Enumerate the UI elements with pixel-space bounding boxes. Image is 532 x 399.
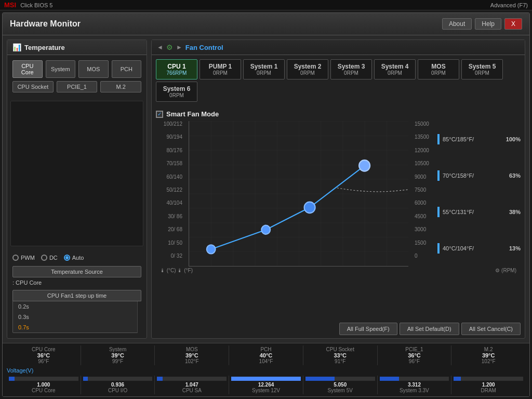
voltage-bar-system-33v [380,377,449,381]
chart-right-labels: 85°C/185°F/ 100% 70°C/158°F/ 63% 55°C/13… [437,121,521,267]
chart-footer-rpm: ⚙ (RPM) [495,268,516,273]
step-time-02s[interactable]: 0.2s [13,301,136,312]
voltage-label: Voltage(V) [7,367,525,374]
fan-btn-system3[interactable]: System 3 0RPM [330,59,372,79]
fan-panel-title: Fan Control [185,44,223,51]
fan-btn-pump1[interactable]: PUMP 1 0RPM [200,59,241,79]
temp-source-button[interactable]: Temperature Source [12,266,141,277]
smart-fan-checkbox[interactable] [156,111,163,118]
auto-radio-circle [64,255,70,261]
all-set-default-button[interactable]: All Set Default(D) [400,323,459,335]
fan-btn-system6[interactable]: System 6 0RPM [156,82,197,102]
dc-radio-circle [41,255,47,261]
svg-rect-0 [189,121,408,266]
action-buttons: All Full Speed(F) All Set Default(D) All… [152,320,525,338]
svg-point-1 [207,245,216,254]
fan-btn-system2[interactable]: System 2 0RPM [287,59,328,79]
temp-btn-mos[interactable]: MOS [78,60,109,78]
auto-label: Auto [72,255,84,261]
title-buttons: About Help X [442,18,522,30]
fan-mode-radio-group: PWM DC Auto [12,255,141,261]
temperature-panel-title: Temperature [24,44,65,51]
dc-radio[interactable]: DC [41,255,58,261]
window-title: Hardware Monitor [10,19,81,29]
all-full-speed-button[interactable]: All Full Speed(F) [339,323,397,335]
step-time-07s[interactable]: 0.7s [13,322,136,332]
main-window: Hardware Monitor About Help X 📊 Temperat… [2,12,530,397]
pwm-radio[interactable]: PWM [12,255,35,261]
fan-curve-svg[interactable] [189,121,408,266]
pwm-label: PWM [21,255,35,261]
topbar-advanced: Advanced (F7) [490,2,528,8]
dc-label: DC [49,255,58,261]
voltage-bar-dram [454,377,523,381]
all-set-cancel-button[interactable]: All Set Cancel(C) [461,323,521,335]
svg-point-4 [359,160,370,171]
temperature-icon: 📊 [12,43,21,51]
close-button[interactable]: X [504,18,522,30]
chart-y-left: 100/212 90/194 80/176 70/158 60/140 50/1… [156,121,184,267]
chart-main[interactable] [189,121,408,267]
temp-btn-pch[interactable]: PCH [112,60,142,78]
fan-btn-cpu1[interactable]: CPU 1 766RPM [156,59,197,79]
voltage-dram: 1.200 DRAM [451,376,525,394]
chart-footer: 🌡 (°C) 🌡 (°F) ⚙ (RPM) [156,267,521,274]
fan-btn-mos[interactable]: MOS 0RPM [418,59,459,79]
sensor-mos: MOS 39°C 102°F [155,345,229,365]
voltage-bar-system-12v [231,377,301,381]
sensor-m2: M.2 39°C 102°F [451,345,525,365]
voltage-cpu-io: 0.936 CPU I/O [81,376,155,394]
fan-btn-system5[interactable]: System 5 0RPM [461,59,503,79]
temp-btn-row-2: CPU Socket PCIE_1 M.2 [12,81,141,92]
voltage-bar-cpu-sa [157,377,227,381]
sensor-cpu-socket: CPU Socket 33°C 91°F [303,345,378,365]
about-button[interactable]: About [442,18,472,30]
temp-btn-system[interactable]: System [46,60,76,78]
step-time-list: 0.2s 0.3s 0.7s [12,301,141,333]
auto-radio[interactable]: Auto [64,255,84,261]
fan-panel-header: ◄ ⚙ ► Fan Control [152,40,525,55]
temp-btn-m2[interactable]: M.2 [100,81,141,92]
fan-control-panel: ◄ ⚙ ► Fan Control CPU 1 766RPM PUMP 1 0R… [151,39,525,339]
chart-container: 100/212 90/194 80/176 70/158 60/140 50/1… [156,121,521,267]
step-time-03s[interactable]: 0.3s [13,312,136,322]
fan-btn-system1[interactable]: System 1 0RPM [243,59,285,79]
window-title-bar: Hardware Monitor About Help X [3,13,529,35]
temp-btn-cpu-socket[interactable]: CPU Socket [12,81,54,92]
chart-bar-63pct [437,170,440,181]
temp-chart-spacer [10,101,143,246]
temp-btn-pcie1[interactable]: PCIE_1 [57,81,98,92]
bottom-bar: CPU Core 36°C 96°F System 39°C 99°F MOS … [3,343,529,396]
sensor-pcie1: PCIE_1 36°C 96°F [378,345,452,365]
chart-bar-13pct [437,243,440,254]
voltage-bar-cpu-io [83,377,153,381]
fan-header-arrow: ◄ [157,44,163,51]
sensor-grid: CPU Core 36°C 96°F System 39°C 99°F MOS … [7,345,525,365]
chart-footer-temp: 🌡 (°C) 🌡 (°F) [160,268,193,273]
temperature-panel-header: 📊 Temperature [7,40,147,55]
voltage-bar-system-5v [305,377,375,381]
temp-btn-cpu-core[interactable]: CPU Core [12,60,43,78]
temperature-buttons: CPU Core System MOS PCH CPU Socket PCIE_… [7,55,147,98]
step-time-scrollbar[interactable] [137,301,141,333]
voltage-cpu-core: 1.000 CPU Core [7,376,81,394]
temperature-panel: 📊 Temperature CPU Core System MOS PCH CP… [7,39,147,339]
fan-header-arrow2: ► [176,44,182,51]
topbar-title: Click BIOS 5 [20,2,490,8]
fan-btn-system4[interactable]: System 4 0RPM [374,59,416,79]
svg-point-3 [304,202,315,213]
voltage-cpu-sa: 1.047 CPU SA [155,376,229,394]
help-button[interactable]: Help [475,18,501,30]
step-time-label: CPU Fan1 step up time [12,290,141,301]
chart-label-100pct: 85°C/185°F/ 100% [437,134,521,144]
mode-section: PWM DC Auto Temperature Source : CPU Cor… [7,249,147,338]
temp-btn-row-1: CPU Core System MOS PCH [12,60,141,78]
sensor-cpu-core: CPU Core 36°C 96°F [7,345,81,365]
voltage-grid: 1.000 CPU Core 0.936 CPU I/O 1.047 CPU S… [7,376,525,394]
chart-y-right: 15000 13500 12000 10500 9000 7500 6000 4… [413,121,433,267]
pwm-radio-circle [12,255,19,261]
temp-source-value: : CPU Core [12,280,141,286]
voltage-system-12v: 12.264 System 12V [229,376,303,394]
smart-fan-chart-area: Smart Fan Mode 100/212 90/194 80/176 70/… [152,106,525,320]
chart-label-13pct: 40°C/104°F/ 13% [437,243,521,254]
